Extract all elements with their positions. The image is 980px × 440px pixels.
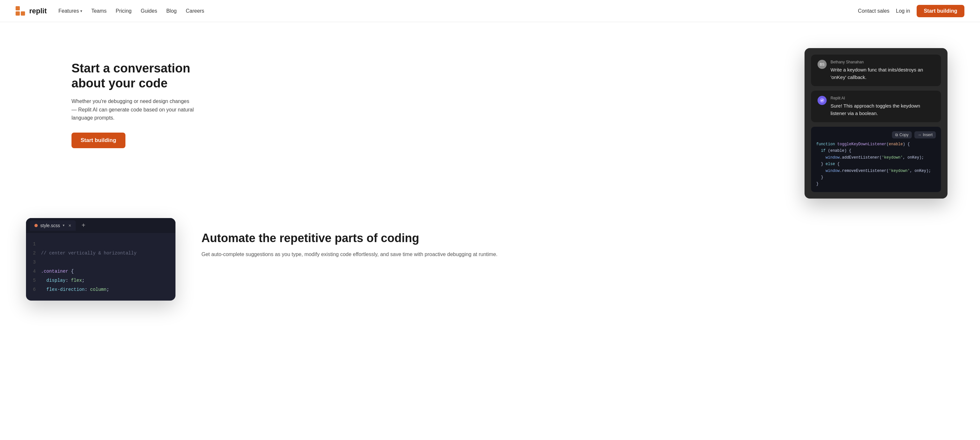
automate-section: Automate the repetitive parts of coding … xyxy=(202,218,954,259)
copy-icon: ⧉ xyxy=(895,132,898,137)
hero-start-building-button[interactable]: Start building xyxy=(72,132,126,148)
nav-right: Contact sales Log in Start building xyxy=(858,5,964,17)
ai-message: Sure! This approach toggles the keydown … xyxy=(830,102,934,117)
nav-links: Features ▾ Teams Pricing Guides Blog Car… xyxy=(59,8,204,14)
tab-add-button[interactable]: + xyxy=(79,222,88,229)
nav-guides[interactable]: Guides xyxy=(141,8,157,14)
code-line-3: 3 xyxy=(29,258,169,267)
hero-section: Start a conversation about your code Whe… xyxy=(0,22,980,218)
logo-icon xyxy=(16,6,26,16)
hero-title: Start a conversation about your code xyxy=(72,61,195,91)
editor-tabs: style.scss ▾ × + xyxy=(26,218,175,233)
tab-close-button[interactable]: × xyxy=(68,223,71,228)
editor-tab-scss: style.scss ▾ × xyxy=(30,220,76,231)
code-toolbar: ⧉ Copy → Insert xyxy=(816,131,936,139)
nav-left: replit Features ▾ Teams Pricing Guides B… xyxy=(16,6,204,16)
nav-teams[interactable]: Teams xyxy=(91,8,107,14)
contact-sales-button[interactable]: Contact sales xyxy=(858,8,889,14)
code-content: function toggleKeyDownListener(enable) {… xyxy=(816,141,936,188)
code-line-2: 2 // center vertically & horizontally xyxy=(29,249,169,258)
code-line-1: 1 xyxy=(29,239,169,249)
nav-features[interactable]: Features ▾ xyxy=(59,8,82,14)
user-message: Write a keydown func that inits/destroys… xyxy=(830,66,934,81)
logo-link[interactable]: replit xyxy=(16,6,47,16)
code-line-4: 4 .container { xyxy=(29,267,169,276)
nav-careers[interactable]: Careers xyxy=(186,8,204,14)
ai-name: Replit AI xyxy=(830,96,934,100)
insert-icon: → xyxy=(918,132,921,137)
automate-description: Get auto-complete suggestions as you typ… xyxy=(202,250,954,259)
chat-card: BS Bethany Shanahan Write a keydown func… xyxy=(805,48,948,199)
bottom-section: style.scss ▾ × + 1 2 // center verticall… xyxy=(0,218,980,327)
hero-left: Start a conversation about your code Whe… xyxy=(72,48,195,148)
editor-card: style.scss ▾ × + 1 2 // center verticall… xyxy=(26,218,175,301)
logo-text: replit xyxy=(29,7,47,15)
login-button[interactable]: Log in xyxy=(896,8,910,14)
chat-user-bubble: BS Bethany Shanahan Write a keydown func… xyxy=(811,54,941,86)
nav-pricing[interactable]: Pricing xyxy=(116,8,132,14)
tab-chevron-icon: ▾ xyxy=(63,223,65,228)
automate-title: Automate the repetitive parts of coding xyxy=(202,231,954,245)
code-line-6: 6 flex-direction: column; xyxy=(29,285,169,294)
tab-file-name: style.scss xyxy=(40,223,60,228)
code-line-5: 5 display: flex; xyxy=(29,276,169,285)
nav-blog[interactable]: Blog xyxy=(166,8,177,14)
insert-button[interactable]: → Insert xyxy=(914,131,936,139)
hero-description: Whether you're debugging or need design … xyxy=(72,97,195,122)
chat-ai-bubble: Replit AI Sure! This approach toggles th… xyxy=(811,91,941,122)
user-name: Bethany Shanahan xyxy=(830,60,934,64)
tab-dot-icon xyxy=(35,224,38,227)
editor-body: 1 2 // center vertically & horizontally … xyxy=(26,233,175,301)
hero-right: BS Bethany Shanahan Write a keydown func… xyxy=(805,48,954,199)
chevron-down-icon: ▾ xyxy=(80,9,82,13)
code-snippet: ⧉ Copy → Insert function toggleKeyDownLi… xyxy=(811,127,941,192)
copy-button[interactable]: ⧉ Copy xyxy=(892,131,912,139)
navbar: replit Features ▾ Teams Pricing Guides B… xyxy=(0,0,980,22)
user-avatar: BS xyxy=(818,60,827,69)
nav-start-building-button[interactable]: Start building xyxy=(916,5,964,17)
ai-avatar xyxy=(818,96,827,105)
